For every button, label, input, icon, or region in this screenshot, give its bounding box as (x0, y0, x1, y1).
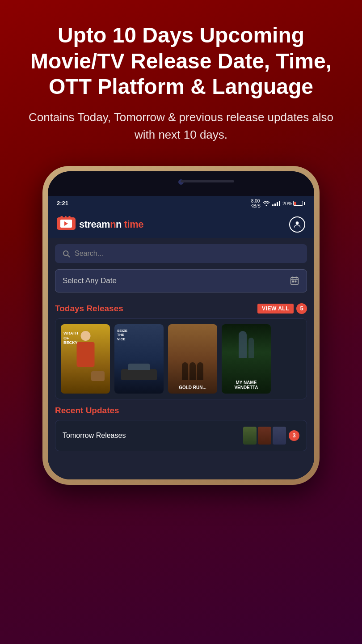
movie-title-3: GOLD RUN... (168, 385, 217, 390)
tomorrow-card[interactable]: Tomorrow Releases 3 (55, 420, 307, 451)
svg-point-0 (296, 221, 299, 225)
status-time: 2:21 (57, 200, 68, 207)
movies-scroll-container: WRATHOFBECKY SEIZETHEVICE (55, 318, 307, 399)
thumb-3 (273, 427, 286, 445)
movie-card-2[interactable]: SEIZETHEVICE (114, 324, 164, 394)
app-logo: streamnn time (57, 217, 143, 232)
search-bar[interactable]: Search... (55, 244, 307, 263)
signal-icon (272, 201, 280, 206)
search-placeholder: Search... (75, 250, 103, 258)
app-content: streamnn time (48, 211, 314, 479)
date-picker[interactable]: Select Any Date (55, 269, 307, 292)
vendetta-figures (239, 331, 254, 358)
releases-count-badge: 5 (296, 303, 307, 314)
status-bar: 2:21 8.00KB/S (48, 196, 314, 211)
car-shape (121, 369, 157, 380)
movie-card-1[interactable]: WRATHOFBECKY (61, 324, 110, 394)
app-header: streamnn time (48, 211, 314, 238)
svg-rect-7 (292, 281, 294, 282)
phone-inner: 2:21 8.00KB/S (48, 171, 314, 479)
battery-percent: 20% (282, 201, 292, 206)
people-group (182, 362, 203, 380)
phone-notch (48, 171, 314, 196)
data-speed: 8.00KB/S (250, 199, 261, 208)
thumb-row (243, 427, 286, 445)
movie-card-4[interactable]: MY NAMEVENDETTA (222, 324, 271, 394)
view-all-container: VIEW ALL 5 (257, 303, 307, 314)
movie-title-2: SEIZETHEVICE (117, 329, 127, 342)
recent-updates-section: Recent Updates Tomorrow Releases 3 (48, 399, 314, 451)
thumb-2 (258, 427, 271, 445)
thumb-1 (243, 427, 257, 445)
tomorrow-count-badge: 3 (289, 430, 299, 441)
wifi-icon (263, 201, 270, 206)
logo-text: streamnn time (79, 219, 143, 230)
logo-icon (57, 217, 76, 232)
phone-mockup: 2:21 8.00KB/S (42, 166, 320, 485)
movie-title-4: MY NAMEVENDETTA (222, 380, 271, 390)
user-icon[interactable] (289, 216, 305, 233)
hero-subtitle: Contains Today, Tomorrow & previous rele… (27, 109, 335, 144)
hero-title: Upto 10 Days Upcoming Movie/TV Release D… (27, 22, 335, 100)
todays-releases-title: Todays Releases (55, 304, 123, 314)
tomorrow-right: 3 (243, 427, 299, 445)
movie-title-1: WRATHOFBECKY (63, 331, 78, 345)
dog-shape (91, 371, 105, 381)
battery-icon: 20% (282, 201, 305, 206)
tomorrow-label: Tomorrow Releases (63, 432, 126, 440)
view-all-button[interactable]: VIEW ALL (257, 304, 294, 314)
svg-line-2 (67, 255, 69, 257)
calendar-icon (290, 276, 299, 286)
recent-updates-title: Recent Updates (55, 406, 307, 415)
movie-card-3[interactable]: GOLD RUN... (168, 324, 217, 394)
svg-rect-8 (295, 281, 296, 282)
date-picker-label: Select Any Date (63, 276, 117, 285)
svg-rect-3 (291, 277, 299, 284)
speaker-bar (181, 180, 234, 182)
todays-releases-header: Todays Releases VIEW ALL 5 (48, 300, 314, 318)
hero-section: Upto 10 Days Upcoming Movie/TV Release D… (0, 0, 362, 153)
status-right: 8.00KB/S (250, 199, 305, 208)
phone-outer: 2:21 8.00KB/S (42, 166, 320, 485)
search-icon (62, 250, 70, 258)
